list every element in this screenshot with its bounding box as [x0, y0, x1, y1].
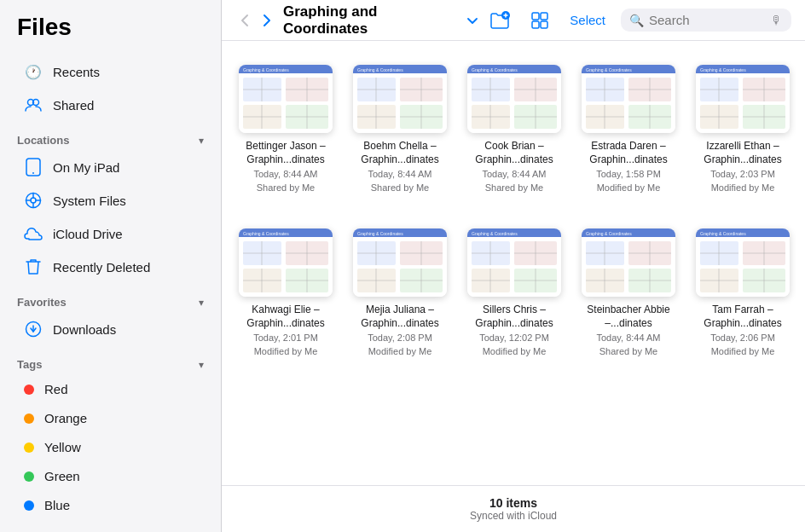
- title-chevron-icon[interactable]: [467, 14, 478, 27]
- orange-tag-label: Orange: [44, 411, 87, 425]
- shared-label: Shared: [53, 98, 94, 113]
- tags-header[interactable]: Tags ▾: [0, 346, 221, 374]
- svg-rect-17: [532, 21, 539, 28]
- file-name: Izzarelli Ethan – Graphin...dinates: [696, 140, 790, 166]
- file-item[interactable]: Graphing & Coordinates Bettinger Jason –…: [235, 58, 336, 201]
- file-name: Boehm Chella – Graphin...dinates: [353, 140, 447, 166]
- search-input[interactable]: [649, 13, 766, 27]
- on-my-ipad-label: On My iPad: [53, 160, 119, 175]
- file-name: Steinbacher Abbie –...dinates: [582, 304, 675, 330]
- sidebar-item-tag-blue[interactable]: Blue: [7, 491, 214, 519]
- favorites-header[interactable]: Favorites ▾: [0, 284, 221, 312]
- select-button[interactable]: Select: [565, 9, 611, 31]
- green-tag-dot: [24, 471, 34, 482]
- file-thumbnail: Graphing & Coordinates: [696, 228, 790, 297]
- file-name: Mejia Juliana – Graphin...dinates: [353, 304, 447, 330]
- file-item[interactable]: Graphing & Coordinates Estrada Daren – G…: [578, 58, 679, 201]
- file-name: Cook Brian – Graphin...dinates: [467, 140, 561, 166]
- sync-status: Synced with iCloud: [232, 510, 795, 522]
- file-item[interactable]: Graphing & Coordinates Izzarelli Ethan –…: [692, 58, 793, 201]
- file-meta: Today, 2:06 PM Modified by Me: [710, 332, 775, 358]
- sidebar-item-downloads[interactable]: Downloads: [7, 313, 214, 345]
- shared-icon: [24, 95, 43, 114]
- sidebar-item-on-my-ipad[interactable]: On My iPad: [7, 151, 214, 183]
- file-name: Sillers Chris – Graphin...dinates: [467, 304, 561, 330]
- blue-tag-dot: [24, 500, 34, 511]
- sidebar: Files 🕐 Recents Shared Locations ▾: [0, 0, 222, 532]
- view-toggle-button[interactable]: [525, 8, 554, 33]
- locations-header[interactable]: Locations ▾: [0, 122, 221, 150]
- svg-text:Graphing & Coordinates: Graphing & Coordinates: [472, 67, 518, 72]
- sidebar-title: Files: [0, 14, 221, 55]
- file-item[interactable]: Graphing & Coordinates Boehm Chella – Gr…: [350, 58, 450, 201]
- file-thumbnail: Graphing & Coordinates: [696, 65, 790, 133]
- main-content: Graphing and Coordinates: [222, 0, 805, 532]
- sidebar-item-recently-deleted[interactable]: Recently Deleted: [7, 251, 214, 283]
- svg-text:Graphing & Coordinates: Graphing & Coordinates: [700, 67, 746, 72]
- svg-text:Graphing & Coordinates: Graphing & Coordinates: [357, 231, 403, 236]
- system-files-label: System Files: [53, 194, 126, 208]
- folder-title: Graphing and Coordinates: [283, 3, 462, 38]
- sidebar-item-system-files[interactable]: System Files: [7, 184, 214, 217]
- sidebar-item-recents[interactable]: 🕐 Recents: [7, 55, 214, 88]
- mic-icon[interactable]: 🎙: [771, 14, 783, 27]
- svg-point-3: [32, 172, 34, 174]
- file-thumbnail: Graphing & Coordinates: [582, 228, 675, 297]
- file-meta: Today, 1:58 PM Modified by Me: [596, 168, 661, 194]
- svg-text:Graphing & Coordinates: Graphing & Coordinates: [700, 231, 746, 236]
- file-name: Estrada Daren – Graphin...dinates: [582, 140, 675, 166]
- locations-header-label: Locations: [17, 134, 69, 147]
- file-meta: Today, 2:01 PM Modified by Me: [253, 332, 318, 358]
- tags-header-label: Tags: [17, 358, 42, 371]
- item-count: 10 items: [232, 496, 795, 510]
- file-meta: Today, 12:02 PM Modified by Me: [479, 332, 549, 358]
- svg-rect-15: [532, 13, 539, 20]
- file-item[interactable]: Graphing & Coordinates Tam Farrah – Grap…: [692, 222, 793, 365]
- file-item[interactable]: Graphing & Coordinates Mejia Juliana – G…: [350, 222, 450, 365]
- sidebar-item-tag-green[interactable]: Green: [7, 462, 214, 490]
- icloud-icon: [24, 224, 43, 243]
- toolbar-actions: Select 🔍 🎙: [484, 8, 791, 33]
- sidebar-item-tag-orange[interactable]: Orange: [7, 404, 214, 432]
- file-meta: Today, 8:44 AM Shared by Me: [482, 168, 546, 194]
- file-item[interactable]: Graphing & Coordinates Kahwagi Elie – Gr…: [235, 222, 336, 365]
- svg-point-5: [31, 198, 36, 203]
- red-tag-dot: [24, 385, 34, 395]
- sidebar-nav-section: 🕐 Recents Shared: [0, 55, 221, 122]
- file-thumbnail: Graphing & Coordinates: [582, 65, 675, 133]
- back-button[interactable]: [235, 10, 254, 31]
- search-bar: 🔍 🎙: [621, 9, 791, 32]
- file-item[interactable]: Graphing & Coordinates Sillers Chris – G…: [464, 222, 565, 365]
- svg-text:Graphing & Coordinates: Graphing & Coordinates: [243, 67, 289, 72]
- downloads-icon: [24, 320, 43, 338]
- svg-text:Graphing & Coordinates: Graphing & Coordinates: [357, 67, 403, 72]
- favorites-chevron-icon: ▾: [199, 297, 204, 309]
- file-thumbnail: Graphing & Coordinates: [353, 228, 447, 297]
- file-grid-container: Graphing & Coordinates Bettinger Jason –…: [222, 41, 805, 485]
- system-files-icon: [24, 191, 43, 210]
- file-thumbnail: Graphing & Coordinates: [467, 228, 561, 297]
- svg-rect-18: [541, 21, 547, 28]
- file-thumbnail: Graphing & Coordinates: [239, 228, 333, 297]
- file-thumbnail: Graphing & Coordinates: [467, 65, 561, 133]
- select-label: Select: [570, 13, 605, 27]
- trash-icon: [24, 257, 43, 276]
- search-icon: 🔍: [629, 14, 644, 27]
- file-name: Tam Farrah – Graphin...dinates: [696, 304, 790, 330]
- file-thumbnail: Graphing & Coordinates: [239, 65, 333, 133]
- downloads-label: Downloads: [53, 322, 116, 337]
- file-item[interactable]: Graphing & Coordinates Steinbacher Abbie…: [578, 222, 679, 365]
- new-folder-button[interactable]: [484, 8, 515, 33]
- sidebar-item-tag-red[interactable]: Red: [7, 375, 214, 403]
- file-meta: Today, 8:44 AM Shared by Me: [253, 168, 317, 194]
- sidebar-item-tag-yellow[interactable]: Yellow: [7, 433, 214, 461]
- file-item[interactable]: Graphing & Coordinates Cook Brian – Grap…: [464, 58, 565, 201]
- sidebar-item-icloud-drive[interactable]: iCloud Drive: [7, 217, 214, 250]
- file-grid: Graphing & Coordinates Bettinger Jason –…: [235, 58, 791, 382]
- ipad-icon: [24, 158, 43, 176]
- toolbar-title-area: Graphing and Coordinates: [283, 3, 478, 38]
- favorites-section: Favorites ▾ Downloads: [0, 284, 221, 346]
- forward-button[interactable]: [258, 10, 276, 31]
- sidebar-item-shared[interactable]: Shared: [7, 89, 214, 121]
- toolbar: Graphing and Coordinates: [222, 0, 805, 41]
